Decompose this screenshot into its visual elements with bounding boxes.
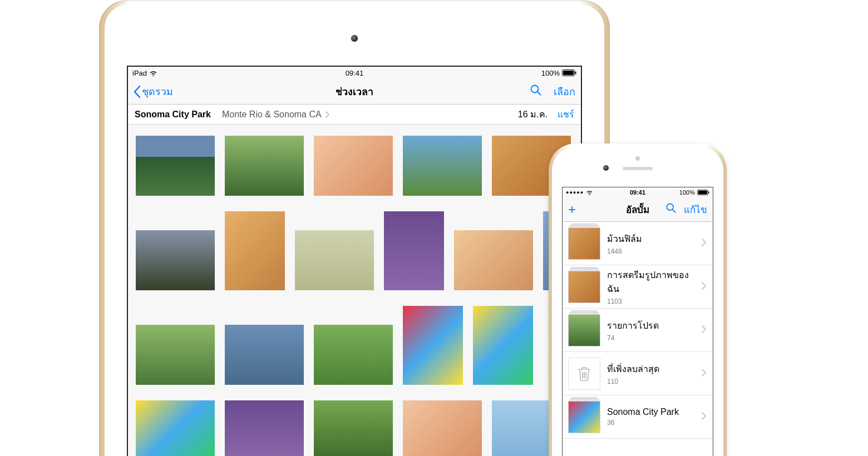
album-thumbnail xyxy=(568,271,600,303)
album-thumbnail xyxy=(568,227,600,260)
album-name: Sonoma City Park xyxy=(607,407,695,417)
wifi-icon xyxy=(586,190,593,195)
photo-thumbnail[interactable] xyxy=(384,211,444,290)
album-info: รายการโปรด74 xyxy=(607,319,695,342)
iphone-sensor xyxy=(635,156,640,161)
chevron-right-icon xyxy=(702,282,706,292)
svg-rect-1 xyxy=(563,71,574,75)
album-name: ม้วนฟิล์ม xyxy=(607,232,695,246)
ipad-device-frame: iPad 09:41 100% ชุดรวม xyxy=(99,0,610,456)
photo-thumbnail[interactable] xyxy=(454,230,533,290)
add-button[interactable]: + xyxy=(568,202,576,217)
album-row[interactable]: ที่เพิ่งลบล่าสุด110 xyxy=(563,352,713,395)
share-button[interactable]: แชร์ xyxy=(558,107,574,121)
photo-thumbnail[interactable] xyxy=(314,136,393,196)
svg-rect-7 xyxy=(708,191,709,194)
ipad-camera xyxy=(351,35,358,42)
album-count: 74 xyxy=(607,334,695,342)
location-subtitle[interactable]: Monte Rio & Sonoma CA xyxy=(222,110,329,120)
album-row[interactable]: การสตรีมรูปภาพของฉัน1103 xyxy=(563,265,713,309)
battery-percent: 100% xyxy=(679,189,695,196)
svg-line-9 xyxy=(673,210,675,212)
chevron-right-icon xyxy=(702,325,706,335)
album-list: ม้วนฟิล์ม1448การสตรีมรูปภาพของฉัน1103ราย… xyxy=(563,222,713,439)
location-title[interactable]: Sonoma City Park xyxy=(135,110,211,120)
album-count: 36 xyxy=(607,419,695,427)
photo-thumbnail[interactable] xyxy=(295,230,374,290)
photo-thumbnail[interactable] xyxy=(225,400,304,456)
photo-thumbnail[interactable] xyxy=(225,136,304,196)
photo-thumbnail[interactable] xyxy=(136,325,215,385)
search-button[interactable] xyxy=(666,203,676,216)
iphone-status-bar: ●●●●● 09:41 100% xyxy=(563,187,713,197)
photo-thumbnail[interactable] xyxy=(136,230,215,290)
iphone-nav-bar: + อัลบั้ม แก้ไข xyxy=(563,197,713,222)
album-row[interactable]: ม้วนฟิล์ม1448 xyxy=(563,222,713,265)
photo-thumbnail[interactable] xyxy=(136,400,215,456)
nav-title: ช่วงเวลา xyxy=(336,83,373,100)
album-row[interactable]: Sonoma City Park36 xyxy=(563,395,713,439)
wifi-icon xyxy=(149,70,157,76)
album-count: 1448 xyxy=(607,247,695,255)
svg-line-4 xyxy=(537,92,541,95)
album-name: การสตรีมรูปภาพของฉัน xyxy=(607,268,695,296)
moment-header: Sonoma City Park Monte Rio & Sonoma CA 1… xyxy=(128,105,581,125)
photo-thumbnail[interactable] xyxy=(225,211,285,290)
album-name: ที่เพิ่งลบล่าสุด xyxy=(607,362,695,376)
chevron-left-icon xyxy=(134,86,141,98)
album-info: Sonoma City Park36 xyxy=(607,407,695,427)
album-count: 110 xyxy=(607,378,695,385)
album-info: ที่เพิ่งลบล่าสุด110 xyxy=(607,362,695,385)
chevron-right-icon xyxy=(702,369,706,379)
photo-thumbnail[interactable] xyxy=(225,325,304,385)
battery-icon xyxy=(697,190,709,195)
battery-icon xyxy=(562,70,576,76)
edit-button[interactable]: แก้ไข xyxy=(684,202,707,217)
select-button[interactable]: เลือก xyxy=(554,83,575,100)
photo-grid xyxy=(128,125,581,456)
chevron-right-icon xyxy=(702,239,706,249)
svg-rect-6 xyxy=(698,191,707,195)
nav-title: อัลบั้ม xyxy=(626,202,649,217)
search-button[interactable] xyxy=(530,85,541,98)
status-time: 09:41 xyxy=(346,69,364,77)
iphone-device-frame: ●●●●● 09:41 100% + อัลบั้ม xyxy=(549,143,727,456)
iphone-speaker xyxy=(623,167,653,170)
iphone-camera xyxy=(603,165,609,171)
search-icon xyxy=(530,85,541,96)
ipad-status-bar: iPad 09:41 100% xyxy=(128,67,581,79)
photo-thumbnail[interactable] xyxy=(314,325,393,385)
ipad-nav-bar: ชุดรวม ช่วงเวลา เลือก xyxy=(128,79,581,105)
photo-thumbnail[interactable] xyxy=(403,306,463,385)
album-info: ม้วนฟิล์ม1448 xyxy=(607,232,695,255)
svg-rect-2 xyxy=(575,72,576,75)
status-time: 09:41 xyxy=(630,189,645,196)
photo-thumbnail[interactable] xyxy=(403,136,482,196)
location-subtitle-text: Monte Rio & Sonoma CA xyxy=(222,110,321,119)
album-thumbnail xyxy=(568,314,600,346)
photo-thumbnail[interactable] xyxy=(136,136,215,196)
search-icon xyxy=(666,203,676,213)
trash-icon xyxy=(568,358,600,390)
device-label: iPad xyxy=(132,69,147,77)
iphone-screen: ●●●●● 09:41 100% + อัลบั้ม xyxy=(562,187,713,456)
album-thumbnail xyxy=(568,401,600,433)
ipad-screen: iPad 09:41 100% ชุดรวม xyxy=(127,66,582,456)
back-label: ชุดรวม xyxy=(142,83,173,100)
chevron-right-icon xyxy=(326,111,329,118)
photo-thumbnail[interactable] xyxy=(473,306,533,385)
photo-thumbnail[interactable] xyxy=(314,400,393,456)
battery-percent: 100% xyxy=(541,69,560,77)
album-info: การสตรีมรูปภาพของฉัน1103 xyxy=(607,268,695,305)
back-button[interactable]: ชุดรวม xyxy=(134,83,173,100)
chevron-right-icon xyxy=(702,412,706,422)
album-count: 1103 xyxy=(607,298,695,305)
moment-date: 16 ม.ค. xyxy=(518,107,548,121)
album-name: รายการโปรด xyxy=(607,319,695,333)
signal-dots-icon: ●●●●● xyxy=(566,190,584,195)
album-row[interactable]: รายการโปรด74 xyxy=(563,309,713,352)
photo-thumbnail[interactable] xyxy=(403,400,482,456)
